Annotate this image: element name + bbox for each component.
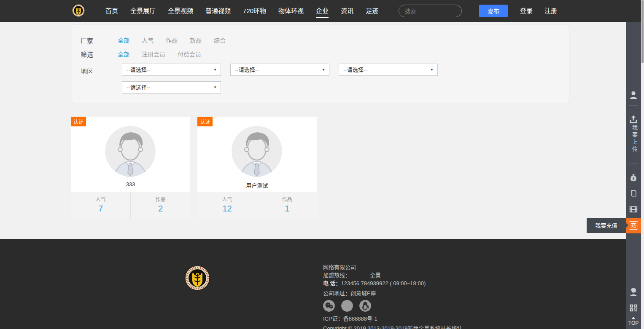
divider xyxy=(629,163,638,164)
up-arrow-icon xyxy=(631,317,636,319)
stat-label: 人气 xyxy=(197,195,257,203)
filter-maker-all[interactable]: 全部 xyxy=(118,36,129,44)
member-name: 333 xyxy=(71,181,190,187)
filter-panel: 厂家 全部 人气 作品 新品 综合 筛选 全部 注册会员 付费会员 地区 --请… xyxy=(72,24,569,103)
nav-item-pano-hall[interactable]: 全景展厅 xyxy=(130,0,156,22)
filter-maker-works[interactable]: 作品 xyxy=(166,36,178,44)
album-icon[interactable] xyxy=(626,189,641,198)
nav-item-720-object[interactable]: 720环物 xyxy=(243,0,266,22)
top-navbar: 首页 全景展厅 全景视频 普通视频 720环物 物体环视 企业 资讯 足迹 发布… xyxy=(0,0,641,22)
qq-icon[interactable] xyxy=(359,300,371,312)
filter-maker-comprehensive[interactable]: 综合 xyxy=(214,36,226,44)
money-bag-icon[interactable]: $ xyxy=(626,173,641,182)
login-link[interactable]: 登录 xyxy=(520,0,533,22)
stat-label: 作品 xyxy=(131,195,190,203)
nav-item-home[interactable]: 首页 xyxy=(105,0,118,22)
scrollbar-thumb[interactable] xyxy=(641,0,644,63)
nav-item-pano-video[interactable]: 全景视频 xyxy=(168,0,193,22)
member-stats: 人气 7 作品 2 xyxy=(71,192,190,218)
recharge-tooltip: 我要充值 xyxy=(587,218,626,233)
footer-phone: 电 话：123456 784939922 ( 09:00~18:00) xyxy=(323,281,462,286)
main-menu: 首页 全景展厅 全景视频 普通视频 720环物 物体环视 企业 资讯 足迹 xyxy=(105,0,391,22)
footer-hotline-label: 加盟热线： xyxy=(323,272,350,278)
filter-member-all[interactable]: 全部 xyxy=(118,50,129,58)
svg-text:$: $ xyxy=(633,177,635,181)
filter-row-member: 全部 注册会员 付费会员 xyxy=(118,50,213,58)
stat-works: 作品 2 xyxy=(130,192,190,218)
back-to-top-button[interactable]: TOP xyxy=(626,317,641,326)
footer-info: 网络有限公司 加盟热线：全景 电 话：123456 784939922 ( 09… xyxy=(323,265,462,329)
stat-label: 人气 xyxy=(71,195,130,203)
filter-member-paid[interactable]: 付费会员 xyxy=(178,50,201,58)
chevron-down-icon: ▼ xyxy=(213,82,217,93)
page-scrollbar[interactable] xyxy=(641,0,644,329)
footer-logo-icon xyxy=(185,265,210,291)
member-card[interactable]: 认证 333 人气 7 作品 2 xyxy=(71,117,190,218)
footer-socials xyxy=(323,300,462,312)
member-stats: 人气 12 作品 1 xyxy=(197,192,317,218)
footer-address: 公司地址：创意城E座 xyxy=(323,291,462,297)
region-select-district[interactable]: --请选择-- ▼ xyxy=(339,64,438,76)
divider xyxy=(629,105,638,106)
avatar xyxy=(105,126,156,177)
stat-value: 12 xyxy=(197,204,257,214)
footer-phone-value: 123456 784939922 ( 09:00~18:00) xyxy=(341,280,426,286)
film-icon[interactable] xyxy=(626,205,641,214)
region-select-province[interactable]: --请选择-- ▼ xyxy=(122,64,221,76)
footer-company: 网络有限公司 xyxy=(323,265,462,270)
right-rail: 我要上传 $ 充 TOP xyxy=(626,22,641,329)
stat-value: 2 xyxy=(131,204,190,214)
site-logo-icon[interactable] xyxy=(72,4,85,17)
chevron-down-icon: ▼ xyxy=(430,64,434,75)
member-name: 用户测试 xyxy=(197,181,317,189)
region-select-city[interactable]: --请选择-- ▼ xyxy=(230,64,329,76)
nav-item-object-view[interactable]: 物体环视 xyxy=(278,0,304,22)
footer-hotline: 加盟热线：全景 xyxy=(323,273,462,278)
footer-copyright: Copyright © 2019 2013-2019-2019新版全景系统站长统… xyxy=(323,324,462,329)
nav-item-normal-video[interactable]: 普通视频 xyxy=(205,0,231,22)
filter-label-region: 地区 xyxy=(81,67,110,75)
register-link[interactable]: 注册 xyxy=(544,0,557,22)
region-select-street[interactable]: --请选择-- ▼ xyxy=(122,81,221,94)
certified-badge: 认证 xyxy=(197,117,213,126)
filter-label-member: 筛选 xyxy=(81,50,110,59)
footer-hotline-value: 全景 xyxy=(370,272,381,278)
user-icon[interactable] xyxy=(626,90,641,99)
filter-row-maker: 全部 人气 作品 新品 综合 xyxy=(118,36,238,44)
nav-item-enterprise[interactable]: 企业 xyxy=(316,0,329,22)
stat-label: 作品 xyxy=(257,195,317,203)
footer: 网络有限公司 加盟热线：全景 电 话：123456 784939922 ( 09… xyxy=(0,239,626,329)
qr-code-icon[interactable] xyxy=(626,303,641,313)
member-card[interactable]: 认证 用户测试 人气 12 作品 1 xyxy=(197,117,317,218)
member-card-top: 认证 333 xyxy=(71,117,190,192)
stat-value: 7 xyxy=(71,204,130,214)
region-select-province-value: --请选择-- xyxy=(127,67,150,73)
weibo-icon[interactable] xyxy=(341,300,353,312)
footer-icp: ICP证：备888888号-1 xyxy=(323,316,462,322)
wechat-icon[interactable] xyxy=(323,300,335,312)
recharge-icon: 充 xyxy=(629,221,638,230)
search-input[interactable] xyxy=(399,5,462,17)
main-content: 厂家 全部 人气 作品 新品 综合 筛选 全部 注册会员 付费会员 地区 --请… xyxy=(0,22,626,239)
region-select-street-value: --请选择-- xyxy=(127,84,150,91)
stat-popularity: 人气 7 xyxy=(71,192,130,218)
filter-label-maker: 厂家 xyxy=(81,36,110,45)
region-select-city-value: --请选择-- xyxy=(235,67,259,73)
nav-item-news[interactable]: 资讯 xyxy=(341,0,353,22)
filter-maker-popularity[interactable]: 人气 xyxy=(142,36,154,44)
upload-icon[interactable] xyxy=(626,115,641,124)
filter-maker-new[interactable]: 新品 xyxy=(190,36,202,44)
publish-button[interactable]: 发布 xyxy=(479,5,508,17)
customer-service-icon[interactable] xyxy=(626,287,641,297)
member-card-top: 认证 用户测试 xyxy=(197,117,317,192)
avatar xyxy=(232,126,282,177)
chevron-down-icon: ▼ xyxy=(322,64,325,75)
filter-member-registered[interactable]: 注册会员 xyxy=(142,50,165,58)
nav-item-footprints[interactable]: 足迹 xyxy=(366,0,378,22)
region-select-district-value: --请选择-- xyxy=(343,67,367,73)
stat-popularity: 人气 12 xyxy=(197,192,257,218)
chevron-down-icon: ▼ xyxy=(213,64,217,75)
stat-works: 作品 1 xyxy=(257,192,317,218)
footer-phone-label: 电 话： xyxy=(323,280,341,286)
certified-badge: 认证 xyxy=(71,117,86,126)
